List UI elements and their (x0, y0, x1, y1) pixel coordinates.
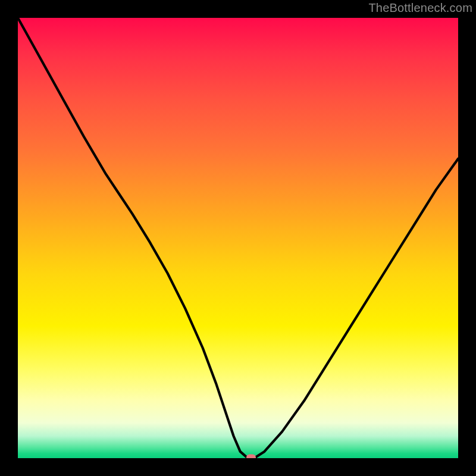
minimum-marker-icon (246, 454, 256, 458)
watermark-text: TheBottleneck.com (368, 1, 472, 15)
curve-path (18, 18, 458, 458)
plot-area (18, 18, 458, 458)
chart-frame: TheBottleneck.com (0, 0, 476, 476)
bottleneck-curve (18, 18, 458, 458)
